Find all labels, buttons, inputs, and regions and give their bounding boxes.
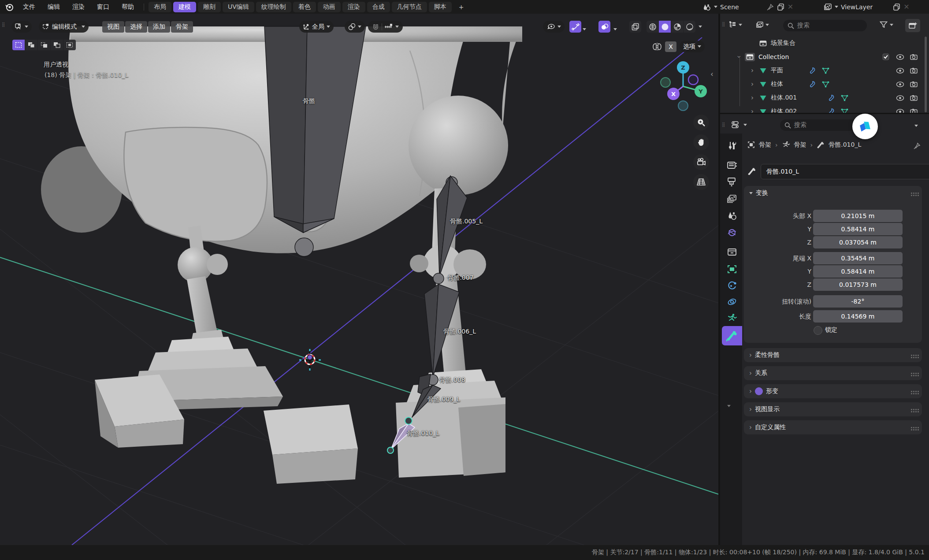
tail-y-field[interactable]: 0.58414 m: [813, 265, 903, 278]
outliner-filter-collection[interactable]: [755, 21, 769, 29]
panel-collapse-icon[interactable]: [749, 192, 753, 194]
tab-tool[interactable]: [722, 137, 742, 155]
menu-file[interactable]: 文件: [17, 3, 41, 11]
outliner-row-plane[interactable]: › 平面: [720, 64, 929, 77]
tab-shading[interactable]: 着色: [293, 2, 316, 12]
pin-icon[interactable]: [766, 3, 774, 11]
panel-custom-properties[interactable]: ›自定义属性: [744, 420, 922, 434]
disable-render-camera-icon[interactable]: [910, 81, 918, 87]
floating-app-logo[interactable]: [852, 114, 878, 139]
header-drag-handle[interactable]: ⣿: [2, 22, 5, 27]
navigation-gizmo[interactable]: Z Y X: [657, 59, 712, 115]
tab-view-layer[interactable]: [722, 190, 742, 208]
menu-edit[interactable]: 编辑: [41, 3, 66, 11]
tab-collection[interactable]: [722, 243, 742, 261]
menu-help[interactable]: 帮助: [115, 3, 140, 11]
tab-animation[interactable]: 动画: [318, 2, 341, 12]
outliner-row-collection[interactable]: › Collection: [720, 50, 929, 63]
tab-constraints[interactable]: [722, 277, 742, 294]
outliner-row-scene-collection[interactable]: 场景集合: [720, 37, 929, 50]
lock-toggle[interactable]: [814, 326, 822, 335]
tab-world[interactable]: [722, 224, 742, 241]
tab-object-data[interactable]: [722, 309, 742, 327]
editor-type-button[interactable]: [11, 21, 32, 33]
tab-output[interactable]: [722, 173, 742, 191]
transform-panel-title[interactable]: 变换: [756, 189, 768, 197]
shading-dropdown-icon[interactable]: [699, 26, 702, 28]
show-gizmo-dropdown[interactable]: [543, 21, 565, 33]
select-mode-set-button[interactable]: [12, 40, 25, 50]
shading-rendered-button[interactable]: [684, 21, 695, 33]
outliner-search-input[interactable]: 搜索: [783, 20, 867, 31]
panel-drag-dots[interactable]: [911, 193, 912, 194]
outliner-row-cylinder[interactable]: › 柱体: [720, 78, 929, 91]
shading-wireframe-button[interactable]: [647, 21, 658, 33]
panel-viewport-display[interactable]: ›视图显示: [744, 402, 922, 416]
menu-window[interactable]: 窗口: [91, 3, 115, 11]
properties-search-input[interactable]: 搜索: [780, 119, 859, 131]
length-field[interactable]: 0.14569 m: [813, 310, 903, 323]
shading-material-button[interactable]: [671, 21, 683, 33]
tab-bone-active[interactable]: [722, 326, 742, 345]
hide-eye-icon[interactable]: [896, 82, 904, 87]
viewlayer-name[interactable]: ViewLayer: [841, 4, 873, 11]
properties-display-mode[interactable]: [732, 121, 747, 129]
zoom-button[interactable]: [693, 115, 709, 130]
bone-name-input[interactable]: 骨骼.010_L: [761, 164, 929, 179]
properties-drag-handle[interactable]: ⣿: [722, 122, 725, 127]
pin-id-icon[interactable]: [913, 142, 921, 150]
add-workspace-button[interactable]: +: [453, 2, 469, 12]
breadcrumb-armature[interactable]: 骨架: [794, 141, 806, 149]
head-y-field[interactable]: 0.58414 m: [813, 223, 903, 235]
panel-bendy-bones[interactable]: ›柔性骨骼: [744, 348, 922, 362]
scene-name[interactable]: Scene: [720, 4, 739, 11]
outliner-drag-handle[interactable]: ⣿: [722, 22, 725, 26]
editor-splitter-horizontal[interactable]: [720, 113, 929, 114]
disable-render-camera-icon[interactable]: [910, 67, 918, 74]
roll-field[interactable]: -82°: [813, 295, 903, 308]
tab-scripting[interactable]: 脚本: [429, 2, 452, 12]
pivot-point-dropdown[interactable]: [345, 21, 365, 33]
tab-render[interactable]: [722, 156, 742, 174]
tail-z-field[interactable]: 0.017573 m: [813, 278, 903, 291]
select-mode-intersect-button[interactable]: [63, 40, 76, 50]
new-collection-button[interactable]: [905, 19, 920, 32]
panel-relations[interactable]: ›关系: [744, 366, 922, 380]
hide-eye-icon[interactable]: [896, 54, 904, 60]
pan-hand-button[interactable]: [693, 134, 709, 150]
select-mode-subtract-button[interactable]: [38, 40, 50, 50]
scene-dropdown-icon[interactable]: [714, 6, 717, 8]
sidebar-collapse-icon[interactable]: ‹: [710, 70, 713, 78]
breadcrumb-object[interactable]: 骨架: [759, 141, 771, 149]
snap-controls[interactable]: [368, 21, 403, 33]
disable-render-camera-icon[interactable]: [910, 54, 918, 60]
blender-logo-icon[interactable]: [4, 2, 14, 12]
tail-x-field[interactable]: 0.35454 m: [813, 252, 903, 264]
mode-selector[interactable]: 编辑模式: [39, 21, 89, 33]
perspective-toggle-button[interactable]: [693, 174, 709, 190]
new-viewlayer-icon[interactable]: [893, 3, 901, 11]
tab-modeling[interactable]: 建模: [173, 2, 196, 12]
scene-icon[interactable]: [702, 3, 711, 11]
gizmos-dropdown-icon[interactable]: [583, 25, 586, 32]
mirror-x-toggle[interactable]: X: [665, 41, 676, 52]
deform-checkbox[interactable]: [755, 387, 763, 395]
options-dropdown[interactable]: 选项: [680, 41, 705, 52]
editor-splitter-vertical[interactable]: [718, 14, 720, 545]
tabs-scroll-down-icon[interactable]: [727, 401, 731, 408]
tab-uv-editing[interactable]: UV编辑: [223, 2, 254, 12]
viewlayer-icon[interactable]: [823, 3, 832, 11]
select-mode-extend-button[interactable]: [25, 40, 37, 50]
menu-select[interactable]: 选择: [125, 21, 147, 33]
panel-deform[interactable]: › 形变: [744, 384, 922, 398]
head-z-field[interactable]: 0.037054 m: [813, 236, 903, 248]
outliner-row-cylinder-001[interactable]: › 柱体.001: [720, 91, 929, 104]
shading-solid-button[interactable]: [659, 21, 671, 33]
hide-eye-icon[interactable]: [896, 68, 904, 74]
outliner-filter-dropdown[interactable]: [880, 21, 893, 28]
tab-sculpt[interactable]: 雕刻: [198, 2, 221, 12]
select-mode-invert-button[interactable]: [51, 40, 63, 50]
properties-options-dropdown[interactable]: [910, 121, 923, 130]
tab-scene[interactable]: [722, 207, 742, 225]
overlays-toggle[interactable]: [598, 21, 610, 33]
